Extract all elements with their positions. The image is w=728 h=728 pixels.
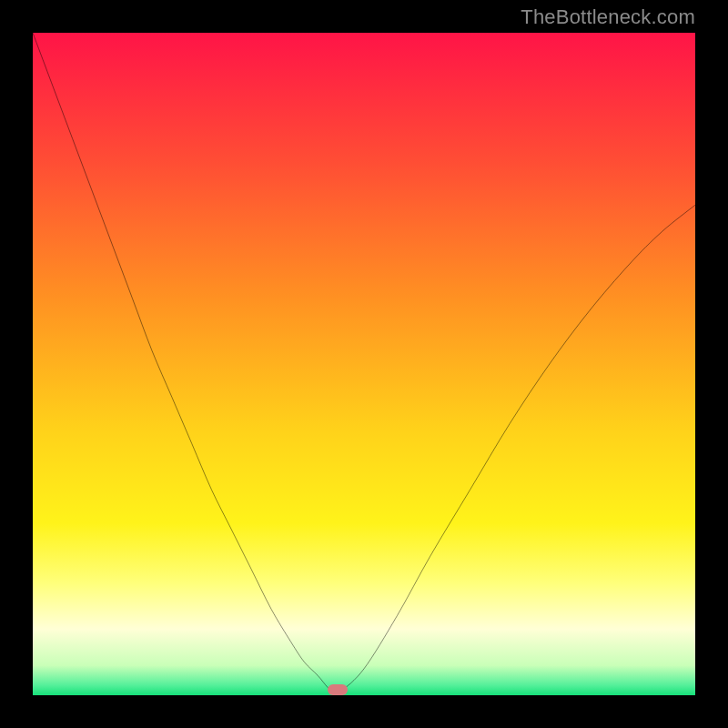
- bottleneck-curve: [33, 33, 695, 695]
- plot-area: [33, 33, 695, 695]
- watermark-text: TheBottleneck.com: [521, 5, 695, 29]
- optimum-marker: [328, 684, 348, 695]
- chart-frame: TheBottleneck.com: [0, 0, 728, 728]
